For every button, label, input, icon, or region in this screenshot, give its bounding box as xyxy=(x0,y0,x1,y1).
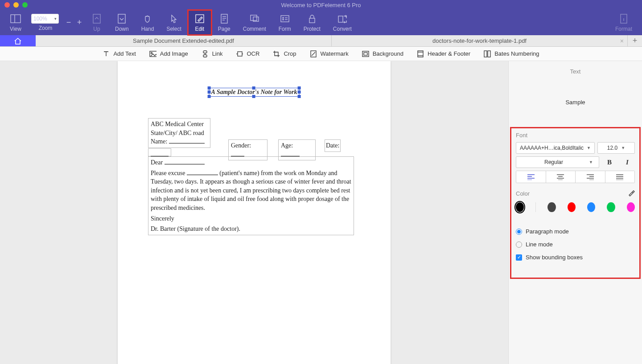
zoom-select[interactable]: 100% ▾ xyxy=(31,14,59,24)
add-image-button[interactable]: Add Image xyxy=(149,50,188,57)
align-left-button[interactable] xyxy=(516,171,546,183)
protect-button[interactable]: Protect xyxy=(297,10,327,35)
close-tab-icon[interactable]: × xyxy=(620,37,624,45)
show-bboxes-checkbox[interactable]: ✓ Show bounding boxes xyxy=(516,254,635,261)
font-weight-select[interactable]: Regular ▼ xyxy=(516,156,599,168)
watermark-icon xyxy=(310,50,317,57)
chevron-down-icon: ▼ xyxy=(621,146,625,150)
resize-handle[interactable] xyxy=(297,86,300,90)
pdf-page[interactable]: A Sample Doctor's Note for Work ABC Medi… xyxy=(118,61,391,364)
font-section: Font AAAAAA+H…ica,BoldItalic ▼ 12.0 ▼ Re… xyxy=(510,127,641,279)
resize-handle[interactable] xyxy=(252,86,255,90)
zoom-in-button[interactable]: + xyxy=(74,18,85,27)
eyedropper-icon[interactable] xyxy=(628,189,635,198)
svg-rect-33 xyxy=(418,51,423,57)
text-block-blank[interactable] xyxy=(148,148,171,156)
font-family-select[interactable]: AAAAAA+H…ica,BoldItalic ▼ xyxy=(516,142,595,154)
tab-doctors-note[interactable]: doctors-note-for-work-template-1.pdf × xyxy=(332,35,628,46)
svg-line-30 xyxy=(312,52,315,56)
italic-button[interactable]: I xyxy=(620,156,635,168)
color-swatch-green[interactable] xyxy=(607,202,615,212)
color-swatches xyxy=(516,202,635,212)
tab-sample-document[interactable]: Sample Document Extended-edited.pdf xyxy=(36,35,332,46)
align-right-button[interactable] xyxy=(576,171,605,183)
zoom-out-button[interactable]: − xyxy=(63,18,74,27)
svg-rect-9 xyxy=(251,15,257,20)
image-icon xyxy=(149,50,156,57)
font-label: Font xyxy=(516,132,635,139)
crop-icon xyxy=(273,50,280,57)
paragraph-mode-radio[interactable]: Paragraph mode xyxy=(516,228,635,235)
align-justify-button[interactable] xyxy=(605,171,635,183)
chevron-down-icon: ▾ xyxy=(54,16,57,21)
info-icon xyxy=(618,13,630,25)
edit-button[interactable]: Edit xyxy=(188,10,212,35)
add-text-button[interactable]: Add Text xyxy=(103,50,136,57)
svg-rect-3 xyxy=(118,14,125,23)
resize-handle[interactable] xyxy=(297,90,300,94)
zoom-button[interactable]: 100% ▾ Zoom xyxy=(28,10,63,35)
page-button[interactable]: Page xyxy=(212,10,237,35)
align-center-button[interactable] xyxy=(546,171,576,183)
add-tab-button[interactable]: + xyxy=(628,35,642,46)
font-size-select[interactable]: 12.0 ▼ xyxy=(597,142,635,154)
radio-icon xyxy=(516,229,522,235)
comment-button[interactable]: Comment xyxy=(237,10,272,35)
text-block-body[interactable]: Dear Please excuse (patient's name) from… xyxy=(148,156,354,235)
convert-button[interactable]: Convert xyxy=(327,10,358,35)
convert-icon xyxy=(337,13,348,25)
color-swatch-magenta[interactable] xyxy=(627,202,635,212)
ocr-button[interactable]: OCR xyxy=(236,50,259,57)
view-button[interactable]: View xyxy=(4,10,28,35)
link-icon xyxy=(202,50,209,57)
cursor-icon xyxy=(168,13,180,25)
resize-handle[interactable] xyxy=(297,95,300,98)
bold-button[interactable]: B xyxy=(602,156,617,168)
chevron-down-icon xyxy=(557,160,558,164)
format-button[interactable]: Format xyxy=(609,10,638,35)
checkbox-icon: ✓ xyxy=(516,254,522,261)
header-footer-button[interactable]: Header & Footer xyxy=(417,50,470,57)
svg-rect-0 xyxy=(11,15,21,23)
text-align-group xyxy=(516,171,635,183)
background-button[interactable]: Background xyxy=(362,50,403,57)
line-mode-radio[interactable]: Line mode xyxy=(516,241,635,248)
svg-point-22 xyxy=(151,52,152,53)
format-panel: Text Sample Font AAAAAA+H…ica,BoldItalic… xyxy=(508,61,642,364)
lock-icon xyxy=(306,13,318,25)
svg-rect-16 xyxy=(309,18,315,23)
link-button[interactable]: Link xyxy=(202,50,223,57)
panel-title: Text xyxy=(509,68,642,75)
color-swatch-grey[interactable] xyxy=(547,202,556,212)
crop-button[interactable]: Crop xyxy=(273,50,296,57)
ocr-icon xyxy=(236,50,243,57)
bates-numbering-button[interactable]: Bates Numbering xyxy=(484,50,539,57)
resize-handle[interactable] xyxy=(252,95,255,98)
down-button[interactable]: Down xyxy=(109,10,135,35)
hand-button[interactable]: Hand xyxy=(135,10,160,35)
workspace: A Sample Doctor's Note for Work ABC Medi… xyxy=(0,61,642,364)
form-button[interactable]: Form xyxy=(272,10,297,35)
svg-rect-32 xyxy=(364,53,367,55)
home-tab[interactable] xyxy=(0,35,36,46)
color-swatch-black[interactable] xyxy=(516,202,524,212)
form-icon xyxy=(279,13,291,25)
titlebar: Welcome to PDFelement 6 Pro xyxy=(0,0,642,10)
text-block-header[interactable]: ABC Medical Center State/City/ ABC road … xyxy=(148,118,210,148)
up-button[interactable]: Up xyxy=(85,10,109,35)
resize-handle[interactable] xyxy=(208,86,211,90)
select-button[interactable]: Select xyxy=(160,10,187,35)
color-swatch-blue[interactable] xyxy=(587,202,595,212)
main-toolbar: View 100% ▾ Zoom − + Up Down Hand Se xyxy=(0,10,642,35)
color-swatch-red[interactable] xyxy=(568,202,576,212)
chevron-down-icon: ▼ xyxy=(587,146,591,150)
page-down-icon xyxy=(116,13,128,25)
selected-text-box[interactable]: A Sample Doctor's Note for Work xyxy=(209,88,300,97)
watermark-button[interactable]: Watermark xyxy=(310,50,349,57)
text-block-date[interactable]: Date: xyxy=(325,139,341,152)
svg-rect-37 xyxy=(488,51,490,57)
resize-handle[interactable] xyxy=(208,90,211,94)
text-icon xyxy=(103,50,110,57)
document-canvas[interactable]: A Sample Doctor's Note for Work ABC Medi… xyxy=(0,61,508,364)
resize-handle[interactable] xyxy=(208,95,211,98)
